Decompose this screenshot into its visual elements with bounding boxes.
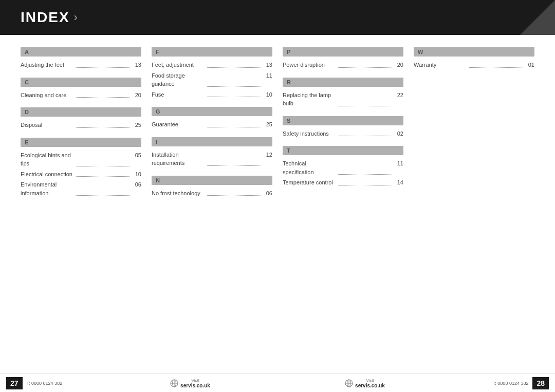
entry-label: Ecological hints and tips: [21, 151, 75, 168]
entry-label: No frost technology: [152, 189, 206, 198]
entry-page: 11: [393, 159, 403, 176]
entry-dots: [207, 90, 262, 98]
list-item: Electrical connection10: [21, 170, 141, 179]
entry-dots: [338, 178, 393, 185]
footer-website-right: Visit servis.co.uk: [355, 378, 385, 388]
entry-label: Power disruption: [283, 61, 337, 69]
entry-label: Installation requirements: [152, 151, 206, 167]
entry-page: 25: [262, 120, 272, 129]
entry-page: 10: [262, 90, 272, 99]
header-chevron-icon: ›: [74, 11, 78, 24]
main-content: AAdjusting the feet 13CCleaning and care…: [0, 35, 555, 374]
section-header-I: I: [152, 137, 272, 146]
entry-dots: [76, 180, 131, 196]
list-item: Installation requirements12: [152, 151, 272, 167]
entry-label: Guarantee: [152, 120, 206, 129]
footer-website-left: Visit servis.co.uk: [180, 378, 210, 388]
section-header-T: T: [283, 146, 403, 155]
entry-page: 02: [393, 129, 403, 138]
footer-site-right: Visit servis.co.uk: [345, 378, 385, 388]
list-item: Adjusting the feet 13: [21, 61, 141, 69]
footer-center-left: Visit servis.co.uk: [103, 378, 278, 388]
entry-page: 05: [131, 151, 141, 168]
header-triangle-decoration: [520, 0, 555, 35]
list-item: Ecological hints and tips 05: [21, 151, 141, 168]
list-item: Environmental information06: [21, 180, 141, 197]
entry-dots: [338, 91, 393, 106]
entry-label: Electrical connection: [21, 170, 75, 179]
index-columns: AAdjusting the feet 13CCleaning and care…: [21, 47, 534, 365]
entry-label: Feet, adjustment: [152, 61, 206, 69]
entry-page: 12: [262, 151, 272, 167]
list-item: Food storage guidance 11: [152, 71, 272, 88]
entry-dots: [207, 71, 262, 87]
footer-site-left: Visit servis.co.uk: [170, 378, 210, 388]
entry-label: Warranty: [414, 61, 468, 69]
section-header-D: D: [21, 107, 141, 117]
entry-dots: [76, 91, 131, 98]
page-number-right: 28: [532, 377, 549, 389]
list-item: Feet, adjustment 13: [152, 61, 272, 69]
footer-phone-left: T: 0800 0124 382: [27, 381, 63, 386]
list-item: Cleaning and care 20: [21, 91, 141, 100]
page-number-left: 27: [6, 377, 23, 389]
list-item: Power disruption 20: [283, 61, 403, 69]
entry-dots: [207, 151, 262, 166]
entry-dots: [207, 120, 262, 127]
section-header-N: N: [152, 176, 272, 185]
entry-dots: [338, 129, 393, 137]
entry-page: 14: [393, 178, 403, 187]
entry-label: Safety instructions: [283, 129, 337, 138]
section-header-S: S: [283, 116, 403, 125]
entry-dots: [76, 151, 131, 166]
entry-label: Replacing the lamp bulb: [283, 91, 337, 108]
footer-center-right: Visit servis.co.uk: [278, 378, 452, 388]
entry-page: 10: [131, 170, 141, 179]
entry-page: 20: [393, 61, 403, 69]
entry-label: Adjusting the feet: [21, 61, 75, 69]
footer-phone-right: T: 0800 0124 382: [493, 381, 529, 386]
list-item: Technical specification 11: [283, 159, 403, 176]
entry-label: Technical specification: [283, 159, 337, 176]
page-title: INDEX: [21, 9, 70, 26]
list-item: Fuse10: [152, 90, 272, 99]
column-0: AAdjusting the feet 13CCleaning and care…: [21, 47, 141, 365]
list-item: Temperature control 14: [283, 178, 403, 187]
entry-label: Cleaning and care: [21, 91, 75, 100]
list-item: Replacing the lamp bulb 22: [283, 91, 403, 108]
section-header-P: P: [283, 47, 403, 57]
column-1: FFeet, adjustment 13Food storage guidanc…: [152, 47, 272, 365]
globe-icon-right: [345, 379, 353, 387]
entry-label: Temperature control: [283, 178, 337, 187]
entry-page: 25: [131, 121, 141, 129]
entry-dots: [469, 61, 524, 68]
entry-label: Disposal: [21, 121, 75, 129]
column-2: PPower disruption 20RReplacing the lamp …: [283, 47, 403, 365]
list-item: Safety instructions02: [283, 129, 403, 138]
entry-dots: [338, 159, 393, 175]
entry-label: Food storage guidance: [152, 71, 206, 88]
list-item: Disposal 25: [21, 121, 141, 129]
section-header-R: R: [283, 78, 403, 87]
page-footer: 27 T: 0800 0124 382 Visit servis.co.uk: [0, 374, 555, 392]
list-item: Guarantee25: [152, 120, 272, 129]
section-header-E: E: [21, 138, 141, 147]
entry-page: 01: [524, 61, 534, 69]
entry-dots: [76, 121, 131, 128]
page-header: INDEX ›: [0, 0, 555, 35]
list-item: No frost technology 06: [152, 189, 272, 198]
entry-page: 13: [262, 61, 272, 69]
section-header-F: F: [152, 47, 272, 57]
entry-dots: [338, 61, 393, 68]
section-header-G: G: [152, 107, 272, 116]
entry-page: 13: [131, 61, 141, 69]
entry-dots: [207, 61, 262, 68]
entry-page: 20: [131, 91, 141, 100]
entry-page: 06: [131, 180, 141, 197]
entry-label: Environmental information: [21, 180, 75, 197]
entry-label: Fuse: [152, 90, 206, 99]
entry-dots: [76, 61, 131, 68]
entry-page: 11: [262, 71, 272, 88]
column-3: WWarranty01: [414, 47, 534, 365]
entry-dots: [207, 189, 262, 196]
